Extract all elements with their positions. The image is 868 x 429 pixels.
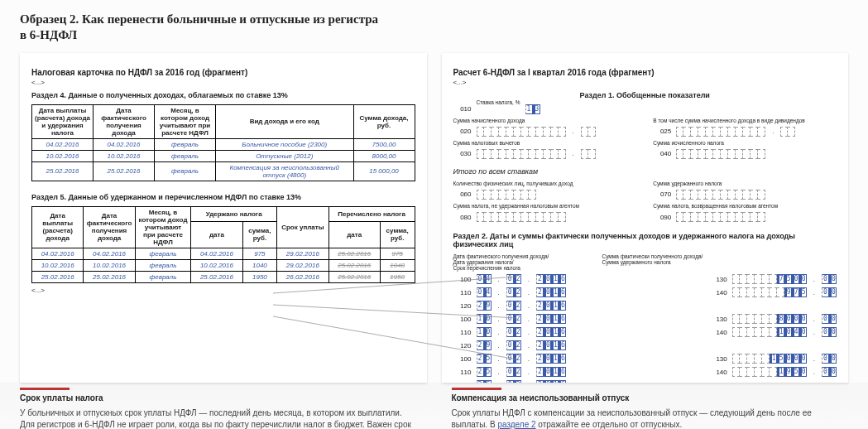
cell: 25.02.2016 — [32, 161, 94, 181]
t4-h5: Сумма дохода, руб. — [353, 104, 415, 138]
t5-h4b: сумма, руб. — [242, 222, 277, 248]
anno2-text-post: отражайте ее отдельно от отпускных. — [536, 420, 683, 429]
title-line-1: Образец 2. Как перенести больничные и от… — [20, 12, 378, 26]
sec2-block: 10025.02.2016 13015000.00 11025.02.2016 … — [453, 354, 837, 382]
cell: 7500,00 — [353, 138, 415, 150]
cell: 04.02.2016 — [32, 248, 84, 259]
sec2-block: 10010.02.2016 1308000.00 11010.02.2016 1… — [453, 314, 837, 350]
t5-h4: Удержано налога — [191, 206, 277, 222]
right-document: Расчет 6-НДФЛ за I квартал 2016 года (фр… — [442, 53, 849, 383]
cell: 04.02.2016 — [84, 248, 135, 259]
cell: 8000,00 — [353, 150, 415, 161]
left-frag-sub2: <...> — [31, 287, 415, 294]
cell: 975 — [242, 248, 277, 259]
t5-h2: Дата фактического получения дохода — [84, 206, 135, 248]
table-row: 04.02.201604.02.2016февральБольничное по… — [32, 138, 415, 150]
cell: 10.02.2016 — [32, 259, 84, 271]
label-025: В том числе сумма начисленного дохода в … — [653, 118, 837, 123]
t5-h4a: дата — [191, 222, 242, 248]
label-040: Сумма исчисленного налога — [653, 140, 837, 146]
table-row: 10.02.201610.02.2016февраль10.02.2016104… — [32, 259, 415, 271]
title-line-2: в 6-НДФЛ — [20, 28, 77, 41]
cell: 10.02.2016 — [32, 150, 94, 161]
cell: февраль — [135, 259, 191, 271]
right-sec1-title: Раздел 1. Обобщенные показатели — [453, 91, 837, 99]
cell: 25.02.2016 — [94, 161, 155, 181]
cell: 04.02.2016 — [191, 248, 242, 259]
left-frag-title: Налоговая карточка по НДФЛ за 2016 год (… — [31, 68, 415, 77]
two-column-layout: Налоговая карточка по НДФЛ за 2016 год (… — [0, 53, 868, 383]
cell: Компенсация за неиспользованный отпуск (… — [216, 161, 354, 181]
t5-h5: Срок уплаты — [277, 206, 328, 248]
label-080: Сумма налога, не удержанная налоговым аг… — [453, 203, 637, 209]
label-rate: Ставка налога, % — [477, 99, 520, 105]
anno1-text: У больничных и отпускных срок уплаты НДФ… — [20, 408, 411, 430]
cell: 04.02.2016 — [94, 138, 155, 150]
cell: 25.02.2016 — [32, 271, 84, 282]
cell: Больничное пособие (2300) — [216, 138, 354, 150]
left-frag-sub: <...> — [31, 79, 415, 86]
table-row: 25.02.201625.02.2016февральКомпенсация з… — [32, 161, 415, 181]
cell: 1950 — [242, 271, 277, 282]
label-020: Сумма начисленного дохода — [453, 118, 637, 123]
itogo: Итого по всем ставкам — [453, 167, 837, 176]
cell: 1950 — [380, 271, 415, 282]
table-row: 04.02.201604.02.2016февраль04.02.2016975… — [32, 248, 415, 259]
label-070: Сумма удержанного налога — [653, 181, 837, 186]
label-030: Сумма налоговых вычетов — [453, 140, 637, 146]
annotations: Срок уплаты налога У больничных и отпуск… — [0, 383, 868, 430]
cell: 1040 — [380, 259, 415, 271]
cell: 975 — [380, 248, 415, 259]
t5-h1: Дата выплаты (расчета) дохода — [32, 206, 84, 248]
label-060: Количество физических лиц, получивших до… — [453, 181, 637, 186]
section4-title: Раздел 4. Данные о полученных доходах, о… — [31, 91, 415, 99]
anno1-title: Срок уплаты налога — [20, 393, 417, 404]
sec2-cap-right: Сумма фактически полученного дохода/ Сум… — [602, 253, 703, 271]
code-010: 010 — [453, 105, 472, 113]
sec2-cap-left: Дата фактического получения дохода/ Дата… — [453, 253, 578, 271]
anno2-link[interactable]: разделе 2 — [497, 420, 535, 429]
cell: 10.02.2016 — [94, 150, 155, 161]
cell: 1040 — [242, 259, 277, 271]
cell: февраль — [155, 150, 216, 161]
cell: 15 000,00 — [353, 161, 415, 181]
right-sec2-title: Раздел 2. Даты и суммы фактически получе… — [453, 232, 837, 248]
t5-h3: Месяц, в котором доход учитывают при рас… — [135, 206, 191, 248]
cell: февраль — [155, 161, 216, 181]
t4-h4: Вид дохода и его код — [216, 104, 354, 138]
right-frag-title: Расчет 6-НДФЛ за I квартал 2016 года (фр… — [453, 68, 837, 77]
cell: 25.02.2016 — [328, 271, 380, 282]
cell: 25.02.2016 — [191, 271, 242, 282]
table-section4: Дата выплаты (расчета) дохода и удержани… — [31, 104, 415, 181]
t4-h3: Месяц, в котором доход учитывают при рас… — [155, 104, 216, 138]
cell: 29.02.2016 — [277, 259, 328, 271]
row-010: 010 Ставка налога, % 13 — [453, 104, 837, 114]
t5-h6b: сумма, руб. — [380, 222, 415, 248]
cell: 29.02.2016 — [277, 248, 328, 259]
section5-title: Раздел 5. Данные об удержанном и перечис… — [31, 193, 415, 201]
left-document: Налоговая карточка по НДФЛ за 2016 год (… — [20, 53, 427, 383]
label-090: Сумма налога, возвращенная налоговым аге… — [653, 203, 837, 209]
t4-h2: Дата фактического получения дохода — [94, 104, 155, 138]
sec2-block: 10004.02.2016 1307500.00 11004.02.2016 1… — [453, 274, 837, 311]
table-section5: Дата выплаты (расчета) дохода Дата факти… — [31, 206, 415, 283]
annotation-2: Компенсация за неиспользованный отпуск С… — [452, 393, 849, 430]
cell: 04.02.2016 — [32, 138, 94, 150]
cell: 26.02.2016 — [277, 271, 328, 282]
cell: 25.02.2016 — [328, 259, 380, 271]
cell: 25.02.2016 — [84, 271, 135, 282]
table-row: 10.02.201610.02.2016февральОтпускные (20… — [32, 150, 415, 161]
page-title: Образец 2. Как перенести больничные и от… — [0, 0, 868, 53]
t4-h1: Дата выплаты (расчета) дохода и удержани… — [32, 104, 94, 138]
table-row: 25.02.201625.02.2016февраль25.02.2016195… — [32, 271, 415, 282]
cell: Отпускные (2012) — [216, 150, 354, 161]
anno2-title: Компенсация за неиспользованный отпуск — [452, 393, 849, 404]
cell: 10.02.2016 — [191, 259, 242, 271]
cell: февраль — [155, 138, 216, 150]
cell: февраль — [135, 248, 191, 259]
t5-h6a: дата — [328, 222, 380, 248]
cell: 10.02.2016 — [84, 259, 135, 271]
cell: 25.02.2016 — [328, 248, 380, 259]
annotation-1: Срок уплаты налога У больничных и отпуск… — [20, 393, 417, 430]
cell: февраль — [135, 271, 191, 282]
